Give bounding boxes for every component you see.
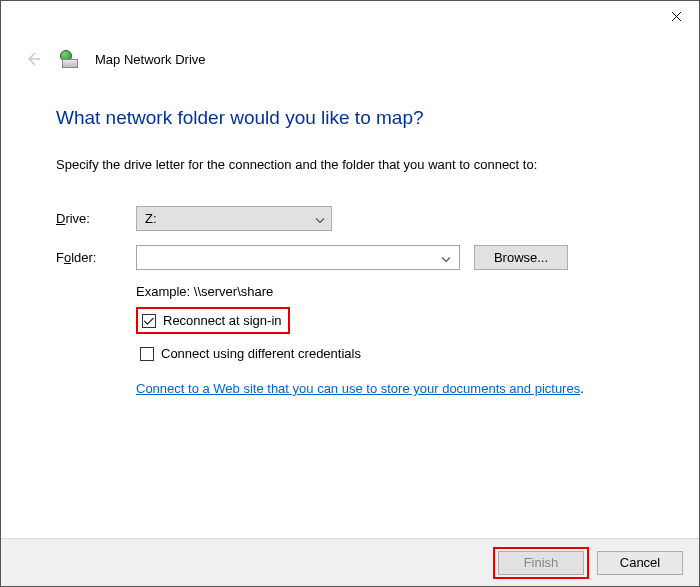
back-arrow-icon: [25, 51, 41, 67]
finish-button[interactable]: Finish: [498, 551, 584, 575]
browse-label: Browse...: [494, 250, 548, 265]
close-button[interactable]: [653, 1, 699, 31]
back-button: [23, 49, 43, 69]
drive-value: Z:: [145, 211, 157, 226]
header: Map Network Drive: [23, 49, 206, 69]
credentials-checkbox[interactable]: [140, 347, 154, 361]
page-heading: What network folder would you like to ma…: [56, 107, 659, 129]
finish-label: Finish: [524, 555, 559, 570]
example-text: Example: \\server\share: [136, 284, 659, 299]
chevron-down-icon: [315, 211, 325, 226]
network-drive-icon: [59, 50, 79, 68]
reconnect-checkbox[interactable]: [142, 314, 156, 328]
finish-highlight: Finish: [493, 547, 589, 579]
link-period: .: [580, 381, 584, 396]
drive-label: Drive:: [56, 211, 136, 226]
folder-label: Folder:: [56, 250, 136, 265]
drive-select[interactable]: Z:: [136, 206, 332, 231]
connect-website-link[interactable]: Connect to a Web site that you can use t…: [136, 381, 580, 396]
close-icon: [671, 11, 682, 22]
credentials-row: Connect using different credentials: [136, 342, 367, 365]
page-subtext: Specify the drive letter for the connect…: [56, 157, 659, 172]
credentials-label: Connect using different credentials: [161, 346, 361, 361]
dialog-title: Map Network Drive: [95, 52, 206, 67]
reconnect-row: Reconnect at sign-in: [136, 307, 290, 334]
reconnect-label: Reconnect at sign-in: [163, 313, 282, 328]
cancel-button[interactable]: Cancel: [597, 551, 683, 575]
browse-button[interactable]: Browse...: [474, 245, 568, 270]
footer: Finish Cancel: [1, 538, 699, 586]
chevron-down-icon: [441, 250, 451, 265]
folder-combobox[interactable]: [136, 245, 460, 270]
cancel-label: Cancel: [620, 555, 660, 570]
